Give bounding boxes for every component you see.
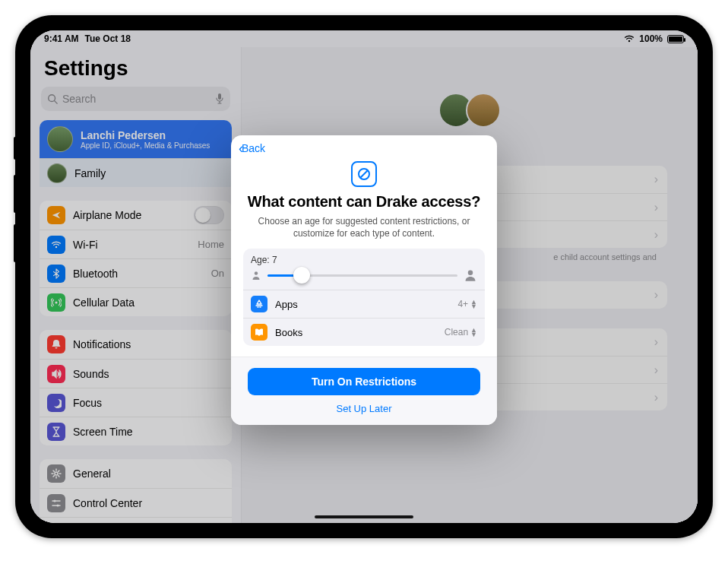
sidebar-item-sounds[interactable]: Sounds	[40, 359, 232, 388]
airplane-toggle[interactable]	[194, 206, 224, 224]
avatar	[47, 126, 73, 152]
stepper-icon[interactable]: ▲▼	[470, 328, 477, 337]
modal-subtitle: Choose an age for suggested content rest…	[243, 215, 485, 239]
chevron-right-icon: ›	[654, 228, 658, 242]
sliders-icon	[47, 494, 65, 512]
cellular-icon	[47, 293, 65, 312]
family-avatars	[272, 93, 667, 128]
person-large-icon	[464, 268, 477, 282]
account-group: Lanchi Pedersen Apple ID, iCloud+, Media…	[40, 120, 232, 187]
books-label: Books	[275, 327, 302, 338]
moon-icon	[47, 394, 65, 412]
svg-line-1	[55, 101, 58, 104]
slider-thumb[interactable]	[293, 267, 310, 284]
svg-line-12	[360, 170, 368, 178]
chevron-right-icon: ›	[654, 288, 658, 302]
microphone-icon[interactable]	[215, 93, 224, 105]
chevron-right-icon: ›	[654, 173, 658, 186]
avatar	[47, 163, 67, 183]
status-date: Tue Oct 18	[85, 33, 131, 44]
sidebar-item-notifications[interactable]: Notifications	[40, 330, 232, 359]
sidebar-item-control-center[interactable]: Control Center	[40, 488, 232, 517]
books-icon	[251, 324, 267, 341]
avatar	[466, 93, 501, 128]
sidebar-item-screen-time[interactable]: Screen Time	[40, 417, 232, 445]
network-group: Airplane Mode Wi-Fi Home	[40, 201, 232, 316]
sidebar-item-focus[interactable]: Focus	[40, 388, 232, 417]
status-battery-pct: 100%	[639, 33, 663, 44]
age-label: Age: 7	[251, 255, 477, 265]
modal-footer: Turn On Restrictions Set Up Later	[231, 357, 497, 425]
apps-value: 4+	[457, 299, 468, 309]
bell-icon	[47, 335, 65, 353]
person-small-icon	[251, 270, 261, 280]
svg-point-3	[55, 301, 58, 303]
hourglass-icon	[47, 423, 65, 441]
chevron-right-icon: ›	[654, 363, 658, 377]
screen: 9:41 AM Tue Oct 18 100% Settings	[30, 30, 698, 523]
svg-point-5	[54, 499, 56, 502]
family-label: Family	[74, 167, 106, 179]
appstore-icon	[251, 296, 267, 312]
page-title: Settings	[40, 53, 232, 87]
sidebar-item-general[interactable]: General	[40, 459, 232, 488]
bluetooth-icon	[47, 265, 65, 283]
wifi-icon	[47, 236, 65, 254]
apps-label: Apps	[275, 299, 298, 310]
device-frame: 9:41 AM Tue Oct 18 100% Settings	[15, 15, 713, 538]
attention-group: Notifications Sounds Focus	[40, 330, 232, 445]
wifi-icon	[624, 35, 635, 43]
svg-point-14	[468, 271, 473, 275]
age-slider[interactable]	[251, 268, 477, 282]
chevron-right-icon: ›	[654, 335, 658, 349]
restrictions-icon	[351, 161, 377, 187]
content-restrictions-modal: ‹ Back What content can Drake access? Ch…	[231, 135, 497, 425]
sidebar-item-family[interactable]: Family	[40, 158, 232, 187]
hardware-button	[14, 224, 17, 262]
hardware-button	[14, 175, 17, 213]
books-value: Clean	[445, 327, 468, 338]
search-placeholder: Search	[62, 93, 96, 105]
sidebar-item-display[interactable]: AA Display & Brightness	[40, 517, 232, 523]
restrictions-list: Age: 7	[243, 249, 485, 346]
speaker-icon	[47, 365, 65, 383]
svg-rect-2	[218, 94, 221, 100]
gear-icon	[47, 464, 65, 483]
status-time: 9:41 AM	[44, 33, 79, 44]
svg-point-13	[255, 272, 258, 275]
sidebar-item-cellular[interactable]: Cellular Data	[40, 287, 232, 316]
set-up-later-link[interactable]: Set Up Later	[248, 403, 480, 414]
svg-point-6	[57, 504, 59, 506]
sidebar: Settings Search Lanchi Pedersen	[30, 47, 242, 523]
apps-row[interactable]: Apps 4+ ▲▼	[243, 290, 485, 318]
slider-track[interactable]	[267, 274, 457, 277]
modal-title: What content can Drake access?	[243, 193, 485, 211]
turn-on-restrictions-button[interactable]: Turn On Restrictions	[248, 368, 480, 395]
account-name: Lanchi Pedersen	[81, 129, 210, 141]
general-group: General Control Center AA Display & Brig…	[40, 459, 232, 523]
svg-point-4	[55, 472, 58, 475]
account-sub: Apple ID, iCloud+, Media & Purchases	[81, 141, 210, 150]
age-row: Age: 7	[243, 249, 485, 290]
airplane-icon	[47, 206, 65, 224]
text-size-icon: AA	[47, 523, 65, 524]
stepper-icon[interactable]: ▲▼	[470, 300, 477, 309]
back-button[interactable]: Back	[242, 142, 265, 154]
search-icon	[47, 94, 58, 104]
sidebar-item-apple-id[interactable]: Lanchi Pedersen Apple ID, iCloud+, Media…	[40, 120, 232, 158]
sidebar-item-wifi[interactable]: Wi-Fi Home	[40, 230, 232, 258]
battery-icon	[667, 35, 684, 43]
chevron-right-icon: ›	[654, 201, 658, 214]
search-input[interactable]: Search	[41, 87, 230, 111]
sidebar-item-airplane[interactable]: Airplane Mode	[40, 201, 232, 230]
books-row[interactable]: Books Clean ▲▼	[243, 318, 485, 346]
hardware-button	[14, 137, 17, 160]
sidebar-item-bluetooth[interactable]: Bluetooth On	[40, 258, 232, 287]
chevron-right-icon: ›	[654, 391, 658, 404]
home-indicator[interactable]	[315, 515, 413, 518]
status-bar: 9:41 AM Tue Oct 18 100%	[30, 30, 698, 47]
